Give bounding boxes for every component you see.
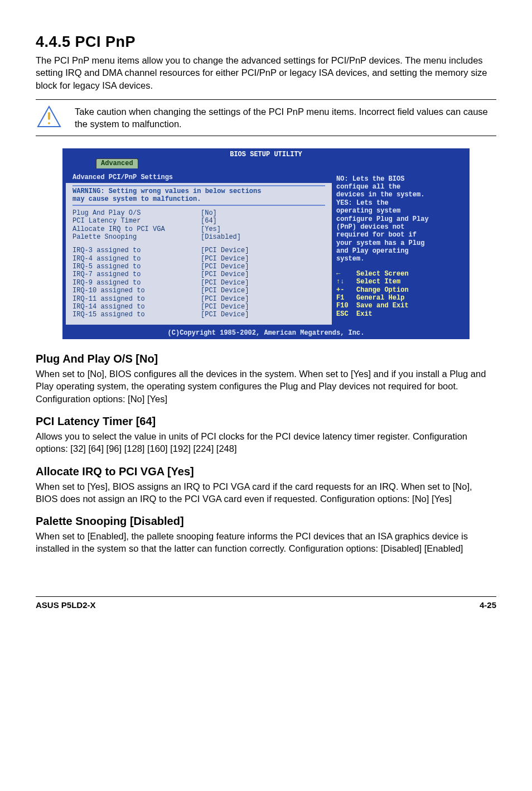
bios-setting-row: Plug And Play O/S[No]: [72, 209, 325, 217]
bios-nav-line: ESC Exit: [336, 310, 462, 318]
bios-setting-key: IRQ-14 assigned to: [72, 303, 201, 311]
bios-irq-row: IRQ-5 assigned to[PCI Device]: [72, 263, 325, 271]
bios-setting-value: [Disabled]: [201, 233, 241, 241]
bios-setting-key: IRQ-11 assigned to: [72, 295, 201, 303]
bios-setting-value: [No]: [201, 209, 217, 217]
bios-setting-key: IRQ-5 assigned to: [72, 263, 201, 271]
bios-help-line: required for boot if: [336, 231, 462, 239]
caution-text: Take caution when changing the settings …: [75, 104, 496, 131]
bios-setting-row: Palette Snooping[Disabled]: [72, 233, 325, 241]
bios-irq-row: IRQ-9 assigned to[PCI Device]: [72, 279, 325, 287]
bios-warning: WARNING: Setting wrong values in below s…: [72, 185, 325, 206]
bios-nav-line: F1 General Help: [336, 294, 462, 302]
section-heading: 4.4.5 PCI PnP: [36, 33, 496, 51]
bios-setting-key: IRQ-9 assigned to: [72, 279, 201, 287]
bios-setting-key: IRQ-3 assigned to: [72, 247, 201, 254]
bios-help-line: (PnP) devices not: [336, 223, 462, 231]
bios-setting-key: Allocate IRQ to PCI VGA: [72, 225, 201, 233]
item-heading-palette: Palette Snooping [Disabled]: [36, 515, 496, 528]
bios-setting-key: Plug And Play O/S: [72, 209, 201, 217]
bios-setting-key: IRQ-7 assigned to: [72, 271, 201, 278]
section-intro: The PCI PnP menu items allow you to chan…: [36, 54, 496, 91]
item-heading-latency: PCI Latency Timer [64]: [36, 415, 496, 428]
bios-warning-line: may cause system to malfunction.: [72, 195, 325, 203]
bios-screenshot: BIOS SETUP UTILITY Advanced Advanced PCI…: [62, 148, 470, 339]
bios-irq-row: IRQ-14 assigned to[PCI Device]: [72, 303, 325, 311]
bios-title: BIOS SETUP UTILITY: [62, 148, 470, 158]
bios-setting-key: IRQ-10 assigned to: [72, 287, 201, 295]
bios-irq-row: IRQ-3 assigned to[PCI Device]: [72, 247, 325, 254]
bios-setting-row: Allocate IRQ to PCI VGA[Yes]: [72, 225, 325, 233]
bios-setting-value: [PCI Device]: [201, 303, 249, 311]
bios-irq-row: IRQ-10 assigned to[PCI Device]: [72, 287, 325, 295]
bios-irq-row: IRQ-4 assigned to[PCI Device]: [72, 255, 325, 263]
bios-setting-key: Palette Snooping: [72, 233, 201, 241]
bios-setting-value: [PCI Device]: [201, 295, 249, 303]
page-footer: ASUS P5LD2-X 4-25: [36, 596, 496, 610]
bios-help-line: your system has a Plug: [336, 239, 462, 247]
caution-icon: [36, 104, 64, 131]
bios-setting-value: [PCI Device]: [201, 247, 249, 254]
bios-nav-line: ← Select Screen: [336, 270, 462, 278]
item-body-irq: When set to [Yes], BIOS assigns an IRQ t…: [36, 480, 496, 505]
bios-help-pane: NO: Lets the BIOS confique all the devic…: [332, 172, 466, 325]
item-body-palette: When set to [Enabled], the pallete snoop…: [36, 530, 496, 555]
bios-setting-key: IRQ-15 assigned to: [72, 311, 201, 319]
bios-setting-value: [PCI Device]: [201, 287, 249, 295]
bios-setting-value: [PCI Device]: [201, 311, 249, 319]
bios-left-pane: Advanced PCI/PnP Settings WARNING: Setti…: [66, 172, 332, 325]
footer-right: 4-25: [480, 600, 496, 610]
bios-nav-line: +- Change Option: [336, 286, 462, 294]
item-heading-irq: Allocate IRQ to PCI VGA [Yes]: [36, 465, 496, 478]
caution-note: Take caution when changing the settings …: [36, 99, 496, 136]
bios-irq-row: IRQ-7 assigned to[PCI Device]: [72, 271, 325, 278]
bios-setting-value: [PCI Device]: [201, 271, 249, 278]
item-heading-plug: Plug And Play O/S [No]: [36, 353, 496, 365]
bios-setting-value: [PCI Device]: [201, 255, 249, 263]
bios-help-line: NO: Lets the BIOS: [336, 175, 462, 183]
bios-setting-value: [64]: [201, 217, 217, 225]
bios-help-line: system.: [336, 255, 462, 263]
bios-tab-advanced: Advanced: [96, 158, 138, 168]
bios-nav-line: ↑↓ Select Item: [336, 278, 462, 286]
bios-help-line: devices in the system.: [336, 191, 462, 199]
bios-setting-row: PCI Latency Timer[64]: [72, 217, 325, 225]
bios-copyright: (C)Copyright 1985-2002, American Megatre…: [62, 328, 470, 339]
bios-irq-row: IRQ-15 assigned to[PCI Device]: [72, 311, 325, 319]
svg-point-1: [48, 122, 50, 124]
item-body-plug: When set to [No], BIOS configures all th…: [36, 368, 496, 405]
item-body-latency: Allows you to select the value in units …: [36, 430, 496, 455]
bios-setting-value: [PCI Device]: [201, 263, 249, 271]
bios-setting-value: [Yes]: [201, 225, 221, 233]
bios-help-line: YES: Lets the: [336, 199, 462, 207]
bios-setting-value: [PCI Device]: [201, 279, 249, 287]
bios-help-line: confique all the: [336, 183, 462, 191]
footer-left: ASUS P5LD2-X: [36, 600, 96, 610]
svg-rect-2: [48, 112, 50, 120]
bios-setting-key: PCI Latency Timer: [72, 217, 201, 225]
bios-nav-line: F10 Save and Exit: [336, 302, 462, 310]
bios-setting-key: IRQ-4 assigned to: [72, 255, 201, 263]
bios-help-line: configure Plug and Play: [336, 215, 462, 223]
bios-tabbar: Advanced: [62, 158, 470, 168]
bios-irq-row: IRQ-11 assigned to[PCI Device]: [72, 295, 325, 303]
bios-left-title: Advanced PCI/PnP Settings: [72, 173, 173, 181]
bios-warning-line: WARNING: Setting wrong values in below s…: [72, 187, 325, 195]
bios-help-line: operating system: [336, 207, 462, 215]
bios-help-line: and Play operating: [336, 247, 462, 255]
